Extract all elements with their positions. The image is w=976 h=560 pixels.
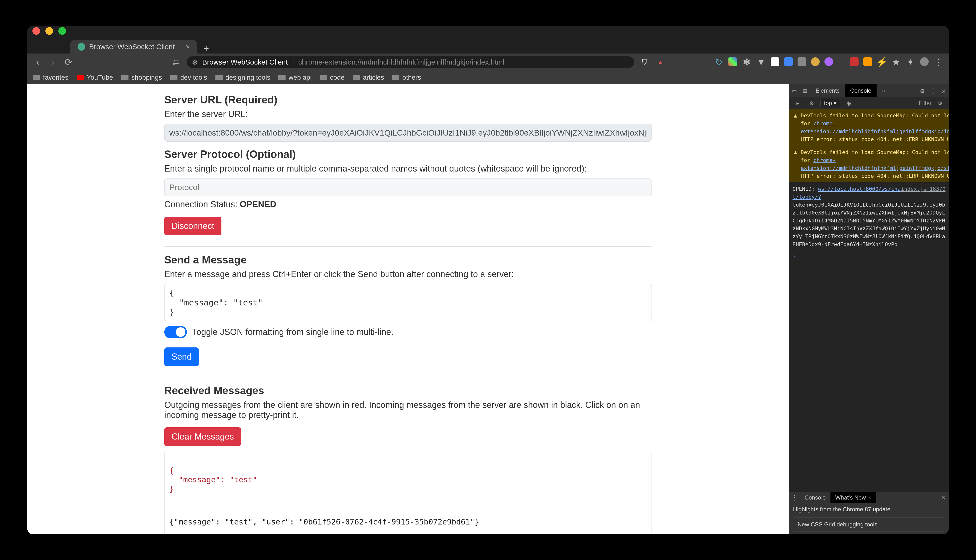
drawer-tab-console[interactable]: Console [800, 492, 831, 503]
device-toggle-icon[interactable]: ▤ [800, 85, 810, 96]
folder-icon [33, 75, 40, 80]
ext-v-icon[interactable]: ▼ [756, 57, 766, 67]
warning-icon[interactable]: ▲ [655, 57, 665, 67]
settings-gear-icon[interactable]: ⚙ [917, 85, 928, 96]
address-bar[interactable]: ✻ Browser WebSocket Client | chrome-exte… [187, 57, 634, 68]
toggle-label: Toggle JSON formatting from single line … [192, 327, 393, 337]
bookmarks-bar: favorites YouTube shoppings dev tools de… [27, 71, 949, 84]
filter-input[interactable]: Filter [919, 100, 932, 107]
status-label: Connection Status: [164, 199, 240, 209]
warning-icon: ▲ [792, 148, 798, 180]
bookmark-favorites[interactable]: favorites [33, 74, 69, 81]
maximize-window-button[interactable] [58, 27, 66, 35]
ext-doc-icon[interactable] [784, 57, 793, 66]
bookmark-label: shoppings [131, 74, 162, 81]
bookmark-others[interactable]: others [392, 74, 421, 81]
profile-avatar-icon[interactable] [920, 57, 929, 66]
received-desc: Outgoing messages from the client are sh… [164, 400, 652, 420]
drawer-tabs: ⋮ Console What's New × ✕ [789, 492, 949, 503]
ext-sheet-icon[interactable] [797, 57, 806, 66]
inspect-icon[interactable]: ▭ [789, 85, 800, 96]
send-message-desc: Enter a message and press Ctrl+Enter or … [164, 269, 652, 279]
extensions-menu-icon[interactable]: ✦ [906, 57, 915, 67]
server-url-input[interactable] [164, 124, 652, 142]
drawer-card[interactable]: New CSS Grid debugging tools [793, 518, 945, 532]
gear-icon[interactable]: ✽ [742, 57, 752, 67]
console-prompt[interactable]: › [789, 251, 949, 261]
drawer-tab-whatsnew[interactable]: What's New × [831, 492, 876, 503]
tabs-overflow[interactable]: » [877, 84, 890, 97]
devtools-close-icon[interactable]: ✕ [938, 85, 949, 96]
shield-icon[interactable]: ⛉ [640, 57, 650, 67]
server-url-desc: Enter the server URL: [164, 109, 652, 119]
log-source[interactable]: index.js:18370 [901, 185, 946, 193]
disconnect-button[interactable]: Disconnect [164, 217, 221, 235]
page-viewport: Server URL (Required) Enter the server U… [27, 84, 789, 534]
drawer-close-icon[interactable]: ✕ [938, 492, 949, 503]
context-selector[interactable]: top ▾ [821, 99, 840, 107]
bookmark-shoppings[interactable]: shoppings [121, 74, 162, 81]
json-format-toggle[interactable] [164, 326, 187, 338]
tab-elements[interactable]: Elements [810, 84, 845, 97]
bookmark-label: YouTube [87, 74, 113, 81]
content-row: Server URL (Required) Enter the server U… [27, 84, 949, 534]
bookmark-designing-tools[interactable]: designing tools [216, 74, 271, 81]
forward-button[interactable]: › [48, 57, 58, 67]
folder-icon [278, 75, 286, 80]
warning-link[interactable]: chrome-extension://mdmlhchldhfnfnkfmljge… [801, 120, 949, 134]
drawer-kebab-icon[interactable]: ⋮ [789, 492, 800, 503]
tab-console[interactable]: Console [845, 84, 877, 97]
history-icon[interactable]: ↻ [714, 57, 724, 67]
nav-toolbar: ‹ › ⟳ 🏷 ✻ Browser WebSocket Client | chr… [27, 53, 949, 71]
console-settings-icon[interactable]: ⚙ [935, 98, 946, 108]
bookmark-label: others [402, 74, 421, 81]
clear-console-icon[interactable]: ⊘ [806, 98, 817, 108]
warning-text: DevTools failed to load SourceMap: Could… [801, 148, 949, 180]
incoming-message[interactable]: {"message": "test", "user": "0b61f526-07… [169, 517, 647, 527]
warning-link[interactable]: chrome-extension://mdmlhchldhfnfnkfmljge… [801, 157, 949, 171]
bookmark-web-api[interactable]: web api [278, 74, 312, 81]
send-button[interactable]: Send [164, 347, 199, 366]
ext-purple-icon[interactable] [824, 57, 833, 66]
ext-flag-icon[interactable] [811, 57, 820, 66]
console-sidebar-icon[interactable]: ▸ [792, 98, 803, 108]
bookmark-icon[interactable]: 🏷 [171, 57, 181, 67]
kebab-menu-icon[interactable]: ⋮ [934, 57, 943, 67]
ext-star-icon[interactable]: ★ [891, 57, 901, 67]
bookmark-articles[interactable]: articles [353, 74, 384, 81]
message-body-input[interactable]: { "message": "test" } [164, 284, 652, 321]
bookmark-dev-tools[interactable]: dev tools [170, 74, 207, 81]
clear-messages-button[interactable]: Clear Messages [164, 427, 241, 446]
log-body: token=eyJ0eXAiOiJKV1QiLCJhbGciOiJIUzI1Ni… [792, 202, 945, 247]
back-button[interactable]: ‹ [33, 57, 42, 67]
ext-bolt-icon[interactable]: ⚡ [877, 57, 886, 67]
server-protocol-input[interactable] [164, 178, 652, 196]
drawer-highlights: Highlights from the Chrome 87 update [793, 506, 945, 513]
bookmark-label: articles [363, 74, 384, 81]
folder-icon [170, 75, 177, 80]
live-expression-icon[interactable]: ◉ [844, 98, 854, 108]
reload-button[interactable]: ⟳ [64, 57, 73, 67]
youtube-icon [77, 75, 84, 80]
bookmark-youtube[interactable]: YouTube [77, 74, 113, 81]
browser-tab[interactable]: Browser WebSocket Client × [70, 40, 197, 53]
server-protocol-heading: Server Protocol (Optional) [164, 148, 652, 160]
folder-icon [320, 75, 327, 80]
drawer-body: Highlights from the Chrome 87 update New… [789, 503, 949, 534]
titlebar [27, 26, 949, 36]
devtools-kebab-icon[interactable]: ⋮ [928, 85, 938, 96]
new-tab-button[interactable]: + [201, 43, 212, 53]
minimize-window-button[interactable] [45, 27, 53, 35]
close-window-button[interactable] [32, 27, 40, 35]
ext-orange-icon[interactable] [863, 57, 872, 66]
tab-title: Browser WebSocket Client [89, 43, 175, 51]
extension-icon: ✻ [192, 58, 198, 67]
close-tab-button[interactable]: × [186, 43, 190, 51]
bookmark-code[interactable]: code [320, 74, 344, 81]
ext-1-icon[interactable] [729, 57, 737, 66]
toggle-row: Toggle JSON formatting from single line … [164, 326, 652, 338]
url-separator: | [292, 58, 294, 66]
ext-s-icon[interactable] [770, 57, 779, 66]
bookmark-label: favorites [43, 74, 69, 81]
ext-tp-icon[interactable] [850, 57, 859, 66]
